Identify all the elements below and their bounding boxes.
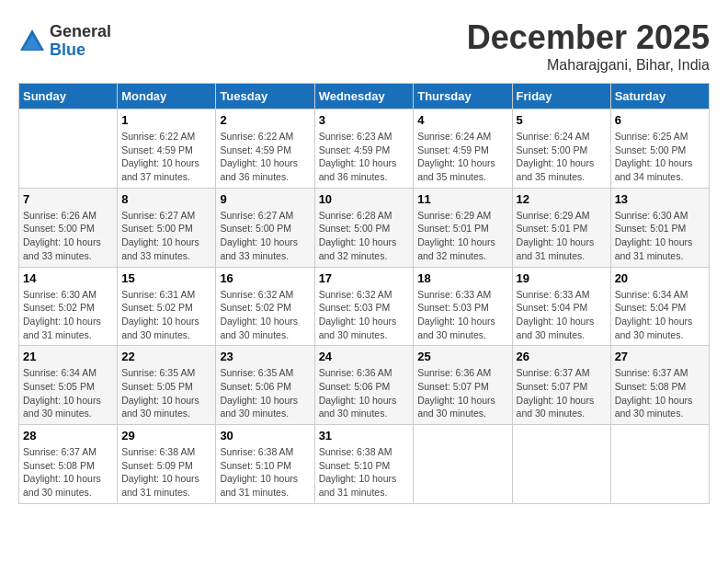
calendar: SundayMondayTuesdayWednesdayThursdayFrid…	[18, 83, 710, 504]
weekday-header: Wednesday	[314, 84, 414, 109]
day-number: 13	[615, 192, 705, 206]
day-number: 11	[417, 192, 507, 206]
logo-icon	[18, 28, 46, 55]
day-detail: Sunrise: 6:24 AM Sunset: 4:59 PM Dayligh…	[417, 130, 507, 184]
day-number: 21	[23, 350, 113, 363]
day-detail: Sunrise: 6:38 AM Sunset: 5:09 PM Dayligh…	[121, 445, 211, 500]
day-number: 18	[417, 271, 507, 285]
day-detail: Sunrise: 6:29 AM Sunset: 5:01 PM Dayligh…	[417, 209, 507, 263]
weekday-row: SundayMondayTuesdayWednesdayThursdayFrid…	[19, 84, 710, 109]
calendar-cell: 11Sunrise: 6:29 AM Sunset: 5:01 PM Dayli…	[414, 188, 512, 267]
calendar-cell: 19Sunrise: 6:33 AM Sunset: 5:04 PM Dayli…	[512, 267, 610, 346]
day-number: 16	[220, 271, 310, 285]
day-detail: Sunrise: 6:24 AM Sunset: 5:00 PM Dayligh…	[517, 130, 607, 184]
day-number: 26	[517, 350, 607, 363]
day-detail: Sunrise: 6:27 AM Sunset: 5:00 PM Dayligh…	[121, 209, 211, 263]
calendar-cell: 8Sunrise: 6:27 AM Sunset: 5:00 PM Daylig…	[118, 188, 216, 267]
calendar-cell: 1Sunrise: 6:22 AM Sunset: 4:59 PM Daylig…	[118, 109, 216, 189]
logo-blue: Blue	[50, 41, 111, 60]
day-detail: Sunrise: 6:37 AM Sunset: 5:08 PM Dayligh…	[615, 366, 705, 420]
calendar-week-row: 14Sunrise: 6:30 AM Sunset: 5:02 PM Dayli…	[19, 267, 710, 346]
calendar-cell: 6Sunrise: 6:25 AM Sunset: 5:00 PM Daylig…	[610, 109, 709, 189]
day-detail: Sunrise: 6:37 AM Sunset: 5:07 PM Dayligh…	[517, 366, 607, 420]
day-number: 1	[121, 113, 211, 127]
calendar-cell	[414, 425, 512, 504]
day-number: 19	[517, 271, 607, 285]
day-number: 12	[517, 192, 607, 206]
weekday-header: Thursday	[414, 84, 512, 109]
calendar-cell: 26Sunrise: 6:37 AM Sunset: 5:07 PM Dayli…	[512, 346, 610, 425]
calendar-cell: 25Sunrise: 6:36 AM Sunset: 5:07 PM Dayli…	[414, 346, 512, 425]
day-detail: Sunrise: 6:33 AM Sunset: 5:04 PM Dayligh…	[517, 288, 607, 342]
day-detail: Sunrise: 6:22 AM Sunset: 4:59 PM Dayligh…	[220, 130, 310, 184]
day-detail: Sunrise: 6:30 AM Sunset: 5:01 PM Dayligh…	[615, 209, 705, 263]
calendar-cell: 10Sunrise: 6:28 AM Sunset: 5:00 PM Dayli…	[314, 188, 414, 267]
day-detail: Sunrise: 6:25 AM Sunset: 5:00 PM Dayligh…	[615, 130, 705, 184]
day-number: 28	[23, 429, 113, 442]
day-number: 3	[319, 113, 410, 127]
day-detail: Sunrise: 6:35 AM Sunset: 5:05 PM Dayligh…	[121, 366, 211, 420]
day-number: 9	[220, 192, 310, 206]
calendar-week-row: 28Sunrise: 6:37 AM Sunset: 5:08 PM Dayli…	[19, 425, 710, 504]
day-detail: Sunrise: 6:30 AM Sunset: 5:02 PM Dayligh…	[23, 288, 113, 342]
calendar-cell: 29Sunrise: 6:38 AM Sunset: 5:09 PM Dayli…	[118, 425, 216, 504]
day-number: 22	[121, 350, 211, 363]
calendar-cell: 2Sunrise: 6:22 AM Sunset: 4:59 PM Daylig…	[216, 109, 314, 189]
calendar-cell: 17Sunrise: 6:32 AM Sunset: 5:03 PM Dayli…	[314, 267, 414, 346]
calendar-cell: 5Sunrise: 6:24 AM Sunset: 5:00 PM Daylig…	[512, 109, 610, 189]
calendar-cell	[610, 425, 709, 504]
calendar-cell: 28Sunrise: 6:37 AM Sunset: 5:08 PM Dayli…	[19, 425, 118, 504]
day-detail: Sunrise: 6:32 AM Sunset: 5:02 PM Dayligh…	[220, 288, 310, 342]
day-number: 6	[615, 113, 705, 127]
day-detail: Sunrise: 6:33 AM Sunset: 5:03 PM Dayligh…	[417, 288, 507, 342]
day-detail: Sunrise: 6:38 AM Sunset: 5:10 PM Dayligh…	[220, 445, 310, 500]
day-detail: Sunrise: 6:26 AM Sunset: 5:00 PM Dayligh…	[23, 209, 113, 263]
calendar-cell: 21Sunrise: 6:34 AM Sunset: 5:05 PM Dayli…	[19, 346, 118, 425]
day-detail: Sunrise: 6:32 AM Sunset: 5:03 PM Dayligh…	[319, 288, 410, 342]
day-number: 24	[319, 350, 410, 363]
title-area: December 2025 Maharajgani, Bihar, India	[467, 18, 710, 74]
calendar-body: 1Sunrise: 6:22 AM Sunset: 4:59 PM Daylig…	[19, 109, 710, 504]
calendar-week-row: 1Sunrise: 6:22 AM Sunset: 4:59 PM Daylig…	[19, 109, 710, 189]
calendar-header: SundayMondayTuesdayWednesdayThursdayFrid…	[19, 84, 710, 109]
calendar-cell: 9Sunrise: 6:27 AM Sunset: 5:00 PM Daylig…	[216, 188, 314, 267]
day-detail: Sunrise: 6:34 AM Sunset: 5:05 PM Dayligh…	[23, 366, 113, 420]
weekday-header: Saturday	[610, 84, 709, 109]
day-number: 30	[220, 429, 310, 442]
day-number: 14	[23, 271, 113, 285]
logo-general: General	[50, 23, 111, 41]
calendar-cell	[512, 425, 610, 504]
calendar-cell: 16Sunrise: 6:32 AM Sunset: 5:02 PM Dayli…	[216, 267, 314, 346]
calendar-week-row: 7Sunrise: 6:26 AM Sunset: 5:00 PM Daylig…	[19, 188, 710, 267]
calendar-cell: 23Sunrise: 6:35 AM Sunset: 5:06 PM Dayli…	[216, 346, 314, 425]
day-detail: Sunrise: 6:36 AM Sunset: 5:07 PM Dayligh…	[417, 366, 507, 420]
day-number: 15	[121, 271, 211, 285]
day-number: 17	[319, 271, 410, 285]
day-number: 25	[417, 350, 507, 363]
weekday-header: Friday	[512, 84, 610, 109]
calendar-cell: 13Sunrise: 6:30 AM Sunset: 5:01 PM Dayli…	[610, 188, 709, 267]
day-number: 23	[220, 350, 310, 363]
day-detail: Sunrise: 6:37 AM Sunset: 5:08 PM Dayligh…	[23, 445, 113, 500]
calendar-cell: 22Sunrise: 6:35 AM Sunset: 5:05 PM Dayli…	[118, 346, 216, 425]
calendar-cell: 30Sunrise: 6:38 AM Sunset: 5:10 PM Dayli…	[216, 425, 314, 504]
calendar-cell: 14Sunrise: 6:30 AM Sunset: 5:02 PM Dayli…	[19, 267, 118, 346]
calendar-cell: 20Sunrise: 6:34 AM Sunset: 5:04 PM Dayli…	[610, 267, 709, 346]
day-number: 20	[615, 271, 705, 285]
weekday-header: Monday	[118, 84, 216, 109]
day-detail: Sunrise: 6:34 AM Sunset: 5:04 PM Dayligh…	[615, 288, 705, 342]
header: General Blue December 2025 Maharajgani, …	[18, 18, 710, 74]
day-detail: Sunrise: 6:36 AM Sunset: 5:06 PM Dayligh…	[319, 366, 410, 420]
day-detail: Sunrise: 6:29 AM Sunset: 5:01 PM Dayligh…	[517, 209, 607, 263]
day-detail: Sunrise: 6:35 AM Sunset: 5:06 PM Dayligh…	[220, 366, 310, 420]
day-detail: Sunrise: 6:27 AM Sunset: 5:00 PM Dayligh…	[220, 209, 310, 263]
weekday-header: Sunday	[19, 84, 118, 109]
calendar-cell: 7Sunrise: 6:26 AM Sunset: 5:00 PM Daylig…	[19, 188, 118, 267]
day-number: 27	[615, 350, 705, 363]
logo: General Blue	[18, 23, 111, 60]
calendar-week-row: 21Sunrise: 6:34 AM Sunset: 5:05 PM Dayli…	[19, 346, 710, 425]
calendar-cell: 24Sunrise: 6:36 AM Sunset: 5:06 PM Dayli…	[314, 346, 414, 425]
logo-text: General Blue	[50, 23, 111, 60]
calendar-cell: 4Sunrise: 6:24 AM Sunset: 4:59 PM Daylig…	[414, 109, 512, 189]
calendar-cell: 3Sunrise: 6:23 AM Sunset: 4:59 PM Daylig…	[314, 109, 414, 189]
